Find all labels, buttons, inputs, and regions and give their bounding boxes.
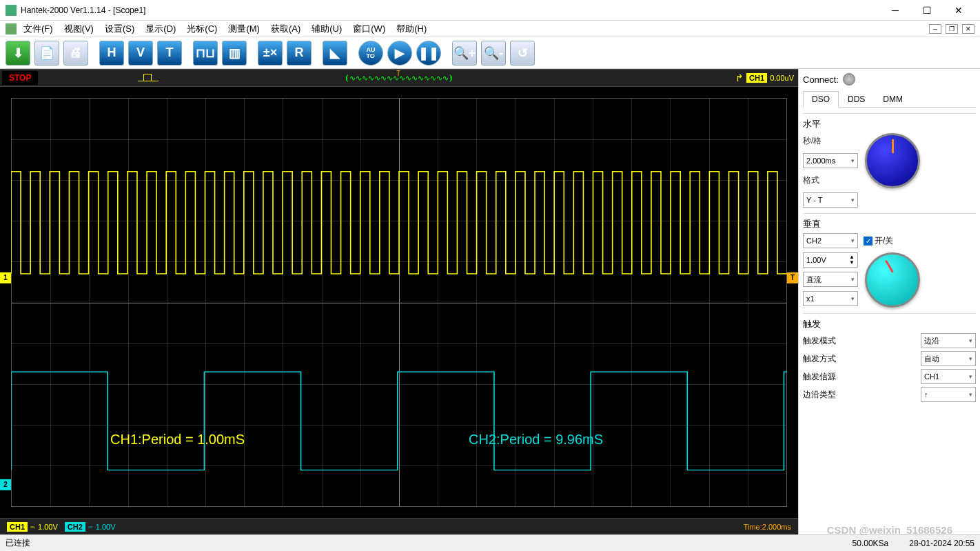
menu-window[interactable]: 窗口(W) — [349, 21, 389, 37]
trigger-mode-select[interactable]: 边沿▾ — [921, 333, 976, 348]
ch1-status: CH1 ⎓ 1.00V — [7, 522, 58, 532]
trigger-level-marker[interactable]: T — [787, 272, 798, 283]
trigger-info: ↱ CH1 0.00uV — [735, 72, 794, 83]
trigger-title: 触发 — [803, 318, 976, 330]
play-button[interactable]: ▶ — [387, 41, 412, 66]
window-title: Hantek-2000 Ver1.1.14 - [Scope1] — [21, 6, 879, 15]
status-datetime: 28-01-2024 20:55 — [909, 539, 974, 548]
trigger-edge-select[interactable]: ↑▾ — [921, 387, 976, 402]
print-button[interactable]: 🖨 — [63, 41, 88, 66]
t-button[interactable]: T — [157, 41, 182, 66]
trigger-source-label: 触发信源 — [803, 371, 836, 383]
minimize-button[interactable]: ─ — [879, 0, 911, 21]
mdi-close-button[interactable]: ✕ — [962, 24, 974, 34]
main-area: STOP T ⦗∿∿∿∿∿∿∿∿∿∿∿∿∿∿∿∿⦘ ↱ CH1 0.00uV — [0, 69, 980, 534]
vertical-title: 垂直 — [803, 218, 976, 230]
menu-view[interactable]: 视图(V) — [60, 21, 98, 37]
trigger-mode-label: 触发模式 — [803, 335, 836, 347]
control-panel: Connect: DSO DDS DMM 水平 秒/格 2.000ms▾ 格式 … — [798, 69, 980, 534]
trigger-group: 触发 触发模式 边沿▾ 触发方式 自动▾ 触发信源 CH1▾ 边沿类型 ↑▾ — [803, 313, 976, 405]
vertical-group: 垂直 CH2▾ ✓开/关 1.00V▲▼ 直流▾ x1▾ — [803, 213, 976, 308]
scope-topbar: STOP T ⦗∿∿∿∿∿∿∿∿∿∿∿∿∿∿∿∿⦘ ↱ CH1 0.00uV — [0, 69, 798, 87]
measurement-ch1: CH1:Period = 1.00mS — [110, 432, 245, 448]
ch1-scale: 1.00V — [38, 523, 58, 531]
menubar: 文件(F) 视图(V) 设置(S) 显示(D) 光标(C) 测量(M) 获取(A… — [0, 21, 980, 37]
menu-display[interactable]: 显示(D) — [141, 21, 180, 37]
ch2-marker[interactable]: 2 — [0, 479, 11, 490]
format-select[interactable]: Y - T▾ — [803, 192, 858, 208]
scope-bottombar: CH1 ⎓ 1.00V CH2 ⎓ 1.00V Time:2.000ms — [0, 518, 798, 534]
horizontal-knob[interactable] — [865, 133, 920, 188]
ch2-status: CH2 ⎓ 1.00V — [65, 522, 116, 532]
mdi-minimize-button[interactable]: ─ — [929, 24, 941, 34]
zoom-in-button[interactable]: 🔍+ — [452, 41, 477, 66]
measurement-ch2: CH2:Period = 9.96mS — [469, 432, 603, 448]
maximize-button[interactable]: ☐ — [911, 0, 943, 21]
ch2-label-box: CH2 — [65, 522, 85, 532]
titlebar: Hantek-2000 Ver1.1.14 - [Scope1] ─ ☐ ✕ — [0, 0, 980, 21]
calc-button[interactable]: ±× — [258, 41, 283, 66]
trigger-edge-label: 边沿类型 — [803, 389, 836, 401]
coupling-select[interactable]: 直流▾ — [803, 272, 858, 287]
trigger-channel-badge: CH1 — [746, 73, 767, 83]
h-button[interactable]: H — [99, 41, 124, 66]
trigger-pulse-icon — [138, 74, 159, 83]
trigger-source-row: 触发信源 CH1▾ — [803, 369, 976, 384]
connect-label: Connect: — [803, 74, 839, 85]
trigger-sweep-row: 触发方式 自动▾ — [803, 351, 976, 366]
zoom-out-button[interactable]: 🔍- — [481, 41, 506, 66]
time-div-select[interactable]: 2.000ms▾ — [803, 153, 858, 168]
menu-measure[interactable]: 测量(M) — [224, 21, 264, 37]
menu-cursor[interactable]: 光标(C) — [183, 21, 221, 37]
trigger-mode-row: 触发模式 边沿▾ — [803, 333, 976, 348]
ch1-coupling-icon: ⎓ — [30, 523, 35, 531]
menu-settings[interactable]: 设置(S) — [101, 21, 139, 37]
menu-utility[interactable]: 辅助(U) — [307, 21, 346, 37]
vertical-knob[interactable] — [865, 252, 920, 308]
ch1-label-box: CH1 — [7, 522, 28, 532]
db-button[interactable]: ◣ — [323, 41, 347, 66]
channel-onoff-checkbox[interactable]: ✓开/关 — [864, 235, 893, 247]
download-button[interactable]: ⬇ — [6, 41, 30, 66]
horizontal-group: 水平 秒/格 2.000ms▾ 格式 Y - T▾ — [803, 113, 976, 208]
scope-canvas[interactable]: 1 2 T CH1:Period = 1.00mS CH2:Period = 9… — [0, 87, 798, 518]
scope-column: STOP T ⦗∿∿∿∿∿∿∿∿∿∿∿∿∿∿∿∿⦘ ↱ CH1 0.00uV — [0, 69, 798, 534]
probe-select[interactable]: x1▾ — [803, 291, 858, 306]
close-button[interactable]: ✕ — [943, 0, 974, 21]
menu-help[interactable]: 帮助(H) — [392, 21, 431, 37]
r-button[interactable]: R — [287, 41, 312, 66]
rising-edge-icon: ↱ — [735, 72, 744, 83]
status-connection: 已连接 — [6, 537, 30, 549]
ch1-marker[interactable]: 1 — [0, 272, 11, 283]
app-icon — [6, 5, 17, 16]
horizontal-title: 水平 — [803, 118, 976, 130]
tab-dso[interactable]: DSO — [803, 91, 839, 108]
channel-select[interactable]: CH2▾ — [803, 233, 858, 248]
panel-tabs: DSO DDS DMM — [803, 91, 976, 108]
open-button[interactable]: 📄 — [34, 41, 59, 66]
trigger-source-select[interactable]: CH1▾ — [921, 369, 976, 384]
mdi-restore-button[interactable]: ❐ — [946, 24, 958, 34]
tab-dds[interactable]: DDS — [839, 91, 874, 107]
reset-zoom-button[interactable]: ↺ — [510, 41, 535, 66]
hist-button[interactable]: ▥ — [222, 41, 247, 66]
format-label: 格式 — [803, 174, 858, 186]
trigger-sweep-select[interactable]: 自动▾ — [921, 351, 976, 366]
timebase-display: Time:2.000ms — [744, 523, 791, 531]
trigger-level: 0.00uV — [770, 74, 794, 82]
tab-dmm[interactable]: DMM — [874, 91, 912, 107]
toolbar: ⬇ 📄 🖨 H V T ⊓⊔ ▥ ±× R ◣ AUTO ▶ ❚❚ 🔍+ 🔍- … — [0, 37, 980, 69]
v-button[interactable]: V — [128, 41, 153, 66]
statusbar: 已连接 50.00KSa 28-01-2024 20:55 — [0, 534, 980, 551]
pulse-button[interactable]: ⊓⊔ — [193, 41, 218, 66]
volt-div-stepper[interactable]: 1.00V▲▼ — [803, 252, 858, 268]
trigger-waveform-preview: ⦗∿∿∿∿∿∿∿∿∿∿∿∿∿∿∿∿⦘ — [345, 74, 469, 83]
status-sample-rate: 50.00KSa — [853, 539, 889, 548]
auto-button[interactable]: AUTO — [358, 41, 383, 66]
connect-led — [843, 73, 855, 86]
trigger-sweep-label: 触发方式 — [803, 353, 836, 365]
pause-button[interactable]: ❚❚ — [416, 41, 441, 66]
menu-acquire[interactable]: 获取(A) — [267, 21, 305, 37]
menu-file[interactable]: 文件(F) — [19, 21, 57, 37]
ch2-coupling-icon: ⎓ — [88, 523, 93, 531]
